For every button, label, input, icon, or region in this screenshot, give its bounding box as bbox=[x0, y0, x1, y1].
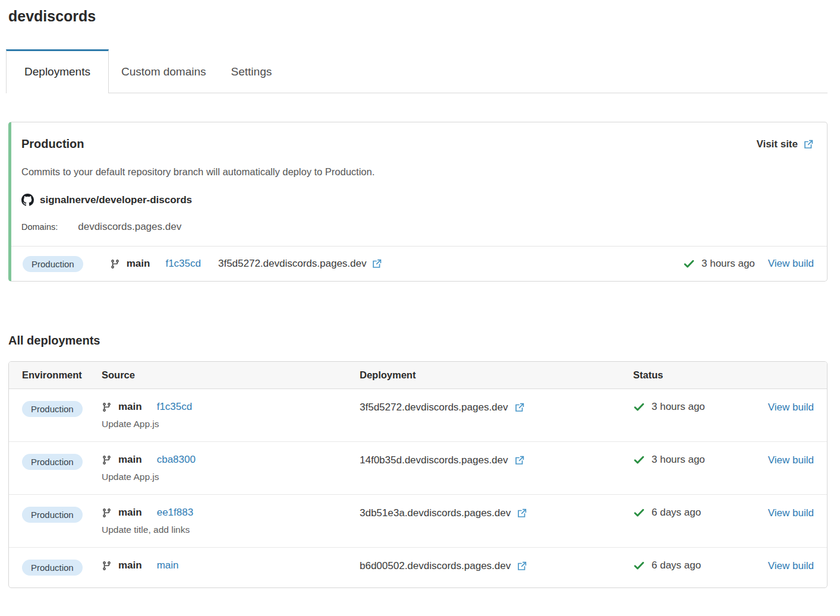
commit-link[interactable]: main bbox=[157, 560, 179, 571]
view-build-link[interactable]: View build bbox=[768, 560, 814, 571]
tab-settings[interactable]: Settings bbox=[219, 49, 285, 93]
view-build-link[interactable]: View build bbox=[768, 402, 814, 413]
check-icon bbox=[633, 507, 645, 519]
table-row: Production main ee1f883 Update title, ad… bbox=[9, 494, 827, 547]
git-branch-icon bbox=[102, 454, 112, 466]
pages-project-page: devdiscords Deployments Custom domains S… bbox=[0, 8, 840, 600]
deployment-url: 14f0b35d.devdiscords.pages.dev bbox=[360, 454, 508, 466]
environment-badge: Production bbox=[22, 401, 83, 417]
table-row: Production main f1c35cd Update App.js 3f… bbox=[9, 389, 827, 441]
status-time: 6 days ago bbox=[652, 560, 701, 571]
commit-link[interactable]: cba8300 bbox=[157, 454, 196, 466]
branch-name: main bbox=[118, 401, 142, 413]
column-header-status: Status bbox=[633, 369, 763, 381]
production-deployment-row: Production main f1c35cd 3f5d5272.devdisc… bbox=[11, 246, 827, 281]
commit-message: Update App.js bbox=[102, 472, 360, 482]
external-link-icon[interactable] bbox=[514, 402, 525, 413]
git-branch-icon bbox=[102, 402, 112, 413]
deployment-url: b6d00502.devdiscords.pages.dev bbox=[360, 560, 511, 572]
check-icon bbox=[633, 454, 645, 466]
column-header-deployment: Deployment bbox=[360, 369, 633, 381]
deployment-url: 3f5d5272.devdiscords.pages.dev bbox=[218, 258, 367, 270]
table-row: Production main main b6d00502.devdiscord… bbox=[9, 547, 827, 587]
visit-site-link[interactable]: Visit site bbox=[756, 138, 814, 150]
domains-value: devdiscords.pages.dev bbox=[78, 221, 181, 233]
git-branch-icon bbox=[110, 258, 120, 270]
external-link-icon[interactable] bbox=[517, 508, 527, 519]
table-row: Production main cba8300 Update App.js 14… bbox=[9, 441, 827, 494]
check-icon bbox=[683, 258, 695, 270]
column-header-environment: Environment bbox=[22, 369, 102, 381]
branch-name: main bbox=[118, 560, 142, 571]
production-card-title: Production bbox=[21, 137, 84, 151]
environment-badge: Production bbox=[23, 256, 83, 272]
environment-badge: Production bbox=[22, 560, 83, 576]
deployment-url: 3f5d5272.devdiscords.pages.dev bbox=[360, 402, 508, 413]
git-branch-icon bbox=[102, 560, 112, 571]
repository-name: signalnerve/developer-discords bbox=[40, 194, 192, 206]
status-time: 3 hours ago bbox=[701, 258, 755, 270]
check-icon bbox=[633, 560, 645, 571]
github-icon bbox=[21, 194, 34, 206]
status-time: 6 days ago bbox=[652, 507, 701, 519]
commit-message: Update App.js bbox=[102, 419, 360, 429]
commit-link[interactable]: f1c35cd bbox=[165, 258, 201, 270]
deployment-url: 3db51e3a.devdiscords.pages.dev bbox=[360, 507, 511, 519]
commit-link[interactable]: ee1f883 bbox=[157, 507, 193, 519]
external-link-icon[interactable] bbox=[517, 561, 527, 571]
status-time: 3 hours ago bbox=[652, 401, 705, 413]
environment-badge: Production bbox=[22, 454, 83, 470]
view-build-link[interactable]: View build bbox=[768, 454, 814, 466]
view-build-link[interactable]: View build bbox=[768, 258, 814, 270]
external-link-icon bbox=[803, 139, 814, 150]
git-branch-icon bbox=[102, 507, 112, 519]
table-header-row: Environment Source Deployment Status bbox=[9, 362, 827, 389]
external-link-icon[interactable] bbox=[514, 455, 525, 466]
tab-deployments[interactable]: Deployments bbox=[6, 49, 109, 93]
domains-line: Domains: devdiscords.pages.dev bbox=[21, 221, 814, 233]
branch-name: main bbox=[118, 454, 142, 466]
commit-link[interactable]: f1c35cd bbox=[157, 401, 193, 413]
column-header-source: Source bbox=[102, 369, 360, 381]
page-title: devdiscords bbox=[8, 8, 828, 25]
commit-message: Update title, add links bbox=[102, 525, 360, 535]
check-icon bbox=[633, 401, 645, 413]
view-build-link[interactable]: View build bbox=[768, 507, 814, 519]
production-card: Production Visit site Commits to your de… bbox=[8, 122, 828, 282]
environment-badge: Production bbox=[22, 507, 83, 523]
deployments-table: Environment Source Deployment Status Pro… bbox=[8, 361, 828, 588]
tab-bar: Deployments Custom domains Settings bbox=[8, 49, 828, 93]
status-time: 3 hours ago bbox=[652, 454, 705, 466]
all-deployments-title: All deployments bbox=[8, 334, 828, 348]
domains-label: Domains: bbox=[21, 222, 58, 232]
branch-name: main bbox=[118, 507, 142, 519]
external-link-icon[interactable] bbox=[372, 258, 382, 269]
tab-custom-domains[interactable]: Custom domains bbox=[109, 49, 219, 93]
visit-site-label: Visit site bbox=[756, 138, 798, 150]
production-description: Commits to your default repository branc… bbox=[21, 166, 814, 178]
branch-name: main bbox=[127, 258, 150, 270]
repository-line: signalnerve/developer-discords bbox=[21, 194, 814, 206]
